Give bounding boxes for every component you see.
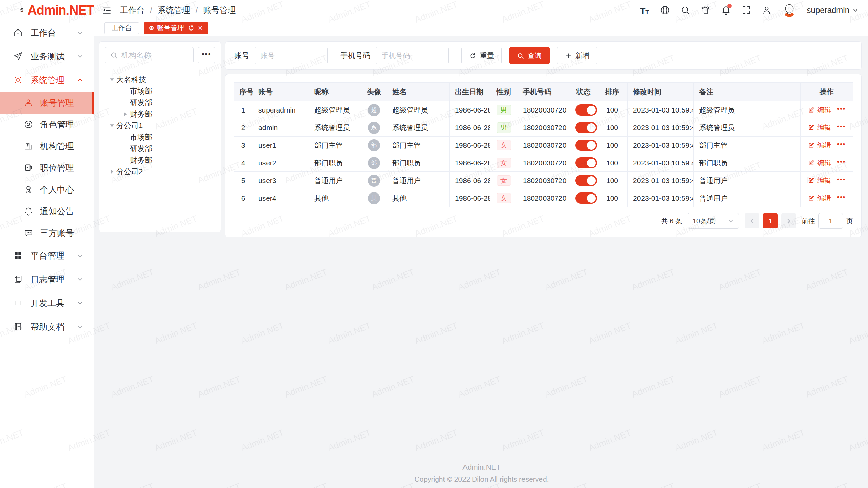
caret-right-icon[interactable] xyxy=(121,110,130,119)
edit-button[interactable]: 编辑 xyxy=(808,105,831,115)
sidebar-item-平台管理[interactable]: 平台管理 xyxy=(0,244,94,267)
sidebar-subitem-角色管理[interactable]: 角色管理 xyxy=(0,114,94,135)
cell-status xyxy=(570,154,597,172)
add-label: 新增 xyxy=(575,51,590,60)
more-actions-button[interactable]: ••• xyxy=(837,105,846,115)
sidebar-subitem-职位管理[interactable]: 职位管理 xyxy=(0,157,94,179)
prev-page-button[interactable] xyxy=(745,214,760,228)
sidebar-item-业务测试[interactable]: 业务测试 xyxy=(0,44,94,68)
tree-node-财务部[interactable]: 财务部 xyxy=(102,108,218,120)
tree-node-研发部[interactable]: 研发部 xyxy=(102,143,218,155)
breadcrumb-item[interactable]: 工作台 xyxy=(120,5,144,16)
row-avatar: 其 xyxy=(368,192,380,204)
row-actions: 编辑••• xyxy=(806,105,847,115)
cell-modified: 2023-01-03 10:59:44 xyxy=(628,119,694,137)
cell-avatar: 普 xyxy=(361,172,387,189)
sidebar-item-日志管理[interactable]: 日志管理 xyxy=(0,267,94,291)
tab-workbench[interactable]: 工作台 xyxy=(104,22,139,34)
fullscreen-icon[interactable] xyxy=(741,5,751,15)
add-button[interactable]: 新增 xyxy=(557,47,597,64)
tab-close-icon[interactable]: × xyxy=(198,24,203,32)
main-area: 工作台 / 系统管理 / 账号管理 TT xyxy=(94,0,868,488)
collapse-sidebar-icon[interactable] xyxy=(102,5,112,15)
caret-right-icon[interactable] xyxy=(107,167,116,176)
tab-refresh-icon[interactable] xyxy=(188,24,195,32)
org-tree-toolbar: ••• xyxy=(99,42,221,69)
org-more-button[interactable]: ••• xyxy=(198,47,215,63)
more-actions-button[interactable]: ••• xyxy=(837,176,846,185)
tree-node-分公司1[interactable]: 分公司1 xyxy=(102,120,218,131)
page-size-select[interactable]: 10条/页 xyxy=(688,213,739,229)
org-search-input[interactable] xyxy=(121,51,189,60)
tree-node-市场部[interactable]: 市场部 xyxy=(102,85,218,97)
tab-account-management[interactable]: 账号管理 × xyxy=(144,22,208,34)
more-actions-button[interactable]: ••• xyxy=(837,158,846,167)
user-avatar[interactable] xyxy=(782,3,797,18)
page-number-active[interactable]: 1 xyxy=(763,214,778,228)
tree-node-label: 分公司1 xyxy=(116,121,143,131)
tree-node-大名科技[interactable]: 大名科技 xyxy=(102,74,218,85)
edit-button[interactable]: 编辑 xyxy=(808,194,831,203)
caret-down-icon[interactable] xyxy=(107,75,116,84)
theme-icon[interactable] xyxy=(701,5,711,15)
chevron-down-icon xyxy=(76,276,84,283)
column-header-gender: 性别 xyxy=(490,83,517,101)
notification-icon[interactable] xyxy=(721,5,731,15)
edit-button[interactable]: 编辑 xyxy=(808,141,831,150)
sidebar-item-帮助文档[interactable]: 帮助文档 xyxy=(0,315,94,339)
pagination: 共 6 条 10条/页 1 xyxy=(234,213,853,229)
tree-node-分公司2[interactable]: 分公司2 xyxy=(102,166,218,178)
breadcrumb-item[interactable]: 账号管理 xyxy=(203,5,236,16)
status-toggle[interactable] xyxy=(575,104,597,116)
language-icon[interactable] xyxy=(660,5,670,15)
cell-index: 2 xyxy=(234,119,253,137)
sidebar-item-系统管理[interactable]: 系统管理 xyxy=(0,68,94,92)
tree-node-研发部[interactable]: 研发部 xyxy=(102,97,218,108)
query-button[interactable]: 查询 xyxy=(509,47,550,64)
phone-input[interactable] xyxy=(376,47,449,64)
status-toggle[interactable] xyxy=(575,140,597,151)
cell-remark: 部门主管 xyxy=(694,137,801,154)
table-row: 2admin系统管理员系系统管理员1986-06-28男180200307201… xyxy=(234,119,853,137)
cell-remark: 普通用户 xyxy=(694,172,801,189)
footer-title: Admin.NET xyxy=(94,463,868,472)
home-icon xyxy=(13,27,23,38)
user-menu[interactable]: superadmin xyxy=(807,5,859,15)
font-size-icon[interactable]: TT xyxy=(639,5,650,15)
tree-node-财务部[interactable]: 财务部 xyxy=(102,155,218,166)
page-buttons: 1 xyxy=(745,214,796,228)
more-actions-button[interactable]: ••• xyxy=(837,123,846,132)
cell-remark: 系统管理员 xyxy=(694,119,801,137)
sidebar-subitem-机构管理[interactable]: 机构管理 xyxy=(0,135,94,157)
sidebar-subitem-三方账号[interactable]: 三方账号 xyxy=(0,222,94,244)
reset-button[interactable]: 重置 xyxy=(461,47,502,64)
sidebar-subitem-通知公告[interactable]: 通知公告 xyxy=(0,200,94,222)
status-toggle[interactable] xyxy=(575,157,597,168)
edit-button[interactable]: 编辑 xyxy=(808,158,831,167)
status-toggle[interactable] xyxy=(575,175,597,186)
sidebar-subitem-个人中心[interactable]: 个人中心 xyxy=(0,179,94,200)
user-icon[interactable] xyxy=(762,5,772,15)
sidebar-subitem-账号管理[interactable]: 账号管理 xyxy=(0,92,94,114)
cell-name: 系统管理员 xyxy=(387,119,450,137)
sidebar-item-工作台[interactable]: 工作台 xyxy=(0,21,94,44)
caret-down-icon[interactable] xyxy=(107,121,116,130)
goto-page-input[interactable] xyxy=(818,213,843,229)
next-page-button[interactable] xyxy=(781,214,796,228)
sidebar-item-开发工具[interactable]: 开发工具 xyxy=(0,291,94,315)
column-header-index: 序号 xyxy=(234,83,253,101)
status-toggle[interactable] xyxy=(575,122,597,133)
search-icon[interactable] xyxy=(680,5,690,15)
row-actions: 编辑••• xyxy=(806,176,847,185)
account-input[interactable] xyxy=(255,47,328,64)
tree-node-市场部[interactable]: 市场部 xyxy=(102,131,218,143)
goto-unit: 页 xyxy=(846,217,853,226)
status-toggle[interactable] xyxy=(575,192,597,204)
edit-button[interactable]: 编辑 xyxy=(808,123,831,132)
more-actions-button[interactable]: ••• xyxy=(837,194,846,203)
more-actions-button[interactable]: ••• xyxy=(837,141,846,150)
cell-index: 5 xyxy=(234,172,253,189)
edit-button[interactable]: 编辑 xyxy=(808,176,831,185)
table-row: 1superadmin超级管理员超超级管理员1986-06-28男1802003… xyxy=(234,101,853,119)
breadcrumb-item[interactable]: 系统管理 xyxy=(158,5,190,16)
